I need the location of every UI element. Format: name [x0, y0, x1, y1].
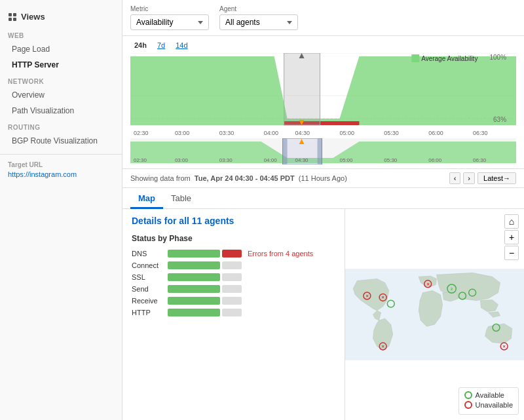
- bar-green-send: [168, 285, 220, 293]
- sidebar-views-header: Views: [0, 7, 122, 27]
- agent-control: Agent All agents Agent 1 Agent 2: [219, 5, 298, 30]
- time-btn-7d[interactable]: 7d: [153, 40, 169, 50]
- target-url-label: Target URL: [8, 161, 114, 168]
- svg-text:✕: ✕: [426, 282, 430, 286]
- svg-rect-28: [283, 138, 288, 164]
- main-content: Metric Availability Response Time Throug…: [122, 0, 524, 420]
- svg-text:02:30: 02:30: [134, 157, 147, 163]
- phase-ssl: SSL: [132, 273, 335, 281]
- sidebar-item-http-server[interactable]: HTTP Server: [0, 57, 122, 73]
- legend-available-label: Available: [476, 391, 504, 399]
- bar-gray-send: [222, 285, 242, 293]
- phase-connect-label: Connect: [132, 261, 168, 269]
- svg-rect-3: [13, 18, 16, 21]
- mini-chart[interactable]: 02:30 03:00 03:30 04:00 04:30 05:00 05:3…: [130, 138, 516, 164]
- bar-gray-receive: [222, 297, 242, 305]
- svg-text:04:30: 04:30: [295, 157, 309, 163]
- map-zoom-in-btn[interactable]: +: [504, 230, 519, 244]
- bar-gray-connect: [222, 261, 242, 269]
- svg-text:2: 2: [451, 287, 453, 291]
- svg-text:04:00: 04:00: [264, 157, 278, 163]
- left-panel: Details for all 11 agents Status by Phas…: [122, 209, 345, 420]
- sidebar-item-path-visualization[interactable]: Path Visualization: [0, 103, 122, 119]
- phase-dns-label: DNS: [132, 250, 168, 258]
- svg-text:06:30: 06:30: [473, 130, 487, 136]
- mini-chart-svg: 02:30 03:00 03:30 04:00 04:30 05:00 05:3…: [130, 138, 516, 164]
- svg-rect-14: [411, 54, 419, 62]
- sidebar-section-web: WEB: [0, 27, 122, 41]
- svg-text:05:00: 05:00: [339, 157, 353, 163]
- svg-text:Average Availability: Average Availability: [421, 55, 477, 62]
- phase-http: HTTP: [132, 309, 335, 316]
- svg-text:05:30: 05:30: [384, 130, 398, 136]
- agent-select[interactable]: All agents Agent 1 Agent 2: [219, 14, 298, 30]
- bar-gray-http: [222, 309, 242, 316]
- tab-map[interactable]: Map: [130, 188, 163, 209]
- svg-text:✕: ✕: [381, 296, 384, 299]
- phase-send-bars: [168, 285, 242, 293]
- sidebar-section-routing: ROUTING: [0, 119, 122, 133]
- nav-buttons: ‹ › Latest→: [449, 172, 516, 184]
- svg-text:03:30: 03:30: [219, 157, 233, 163]
- bottom-content: Details for all 11 agents Status by Phas…: [122, 209, 524, 420]
- svg-text:04:00: 04:00: [264, 130, 278, 136]
- svg-text:04:30: 04:30: [295, 130, 310, 136]
- nav-prev-btn[interactable]: ‹: [449, 172, 461, 184]
- phase-connect-bars: [168, 261, 242, 269]
- legend-unavailable: Unavailable: [464, 401, 513, 409]
- map-home-btn[interactable]: ⌂: [504, 214, 519, 229]
- latest-btn[interactable]: Latest→: [477, 172, 516, 184]
- tab-table[interactable]: Table: [163, 188, 199, 209]
- svg-text:03:00: 03:00: [175, 130, 189, 136]
- top-controls: Metric Availability Response Time Throug…: [122, 0, 524, 36]
- bar-green-http: [168, 309, 220, 316]
- phase-dns-bars: Errors from 4 agents: [168, 250, 313, 258]
- phase-receive: Receive: [132, 297, 335, 305]
- phase-send: Send: [132, 285, 335, 293]
- nav-next-btn[interactable]: ›: [463, 172, 475, 184]
- map-zoom-out-btn[interactable]: −: [504, 246, 519, 260]
- svg-text:06:30: 06:30: [473, 157, 487, 163]
- time-info-bar: Showing data from Tue, Apr 24 04:30 - 04…: [122, 169, 524, 188]
- time-date: Tue, Apr 24 04:30 - 04:45 PDT: [195, 174, 295, 182]
- svg-text:✕: ✕: [381, 345, 384, 349]
- svg-rect-0: [9, 13, 12, 16]
- metric-select[interactable]: Availability Response Time Throughput: [130, 14, 209, 30]
- svg-text:05:00: 05:00: [339, 130, 354, 136]
- bar-green-connect: [168, 261, 220, 269]
- time-btn-14d[interactable]: 14d: [172, 40, 191, 50]
- view-tabs: Map Table: [122, 188, 524, 209]
- svg-rect-1: [13, 13, 16, 16]
- metric-control: Metric Availability Response Time Throug…: [130, 5, 209, 30]
- bar-green: [168, 250, 220, 258]
- time-info-text: Showing data from Tue, Apr 24 04:30 - 04…: [130, 174, 347, 182]
- phase-dns: DNS Errors from 4 agents: [132, 250, 335, 258]
- bar-red: [222, 250, 242, 258]
- dns-error-text: Errors from 4 agents: [248, 250, 313, 258]
- sidebar-item-page-load[interactable]: Page Load: [0, 41, 122, 57]
- target-url-value: https://instagram.com: [8, 170, 114, 178]
- phase-send-label: Send: [132, 285, 168, 293]
- phase-receive-label: Receive: [132, 297, 168, 305]
- map-legend: Available Unavailable: [458, 387, 519, 415]
- time-buttons: 24h 7d 14d: [130, 40, 516, 50]
- time-btn-24h[interactable]: 24h: [130, 40, 151, 50]
- status-by-phase-title: Status by Phase: [132, 234, 335, 243]
- legend-unavailable-dot: [464, 401, 472, 409]
- time-ago: (11 Hours Ago): [299, 174, 347, 182]
- map-panel[interactable]: ✕ ✕ ✕ ✕ ✕ 2: [345, 209, 524, 420]
- bar-green-ssl: [168, 273, 220, 281]
- sidebar-item-bgp[interactable]: BGP Route Visualization: [0, 133, 122, 149]
- main-chart[interactable]: 100% 63% Average Availability 02:30 03:0…: [130, 53, 516, 138]
- bar-green-receive: [168, 297, 220, 305]
- legend-available-dot: [464, 391, 472, 399]
- svg-text:✕: ✕: [502, 345, 506, 349]
- sidebar: Views WEB Page Load HTTP Server NETWORK …: [0, 0, 122, 420]
- metric-label: Metric: [130, 5, 209, 12]
- svg-text:06:00: 06:00: [428, 157, 442, 163]
- svg-text:05:30: 05:30: [384, 157, 398, 163]
- legend-available: Available: [464, 391, 513, 399]
- svg-text:100%: 100%: [490, 54, 507, 61]
- agent-label: Agent: [219, 5, 298, 12]
- sidebar-item-overview[interactable]: Overview: [0, 87, 122, 103]
